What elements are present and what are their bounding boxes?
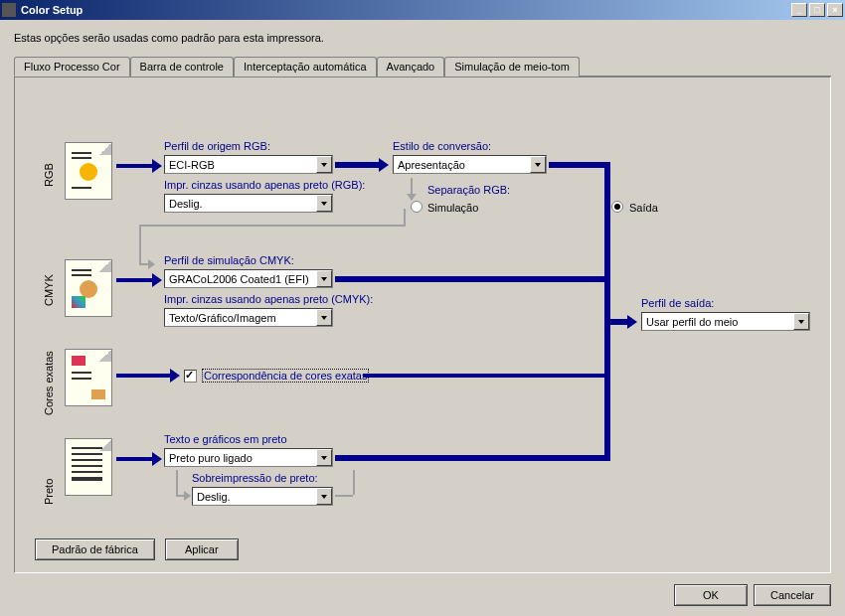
rendering-label: Estilo de conversão:: [393, 140, 491, 152]
rgb-gray-select[interactable]: Deslig.: [164, 194, 333, 213]
tab-simulacao-de-meio-tom[interactable]: Simulação de meio-tom: [444, 57, 580, 77]
output-radio[interactable]: [611, 201, 623, 213]
black-thumbnail-icon: [65, 438, 112, 496]
tab-fluxo-processo-cor[interactable]: Fluxo Processo Cor: [14, 57, 130, 77]
spot-thumbnail-icon: [65, 349, 112, 406]
output-profile-label: Perfil de saída:: [641, 297, 714, 309]
cmyk-gray-select[interactable]: Texto/Gráfico/Imagem: [164, 308, 333, 327]
minimize-button[interactable]: _: [791, 3, 807, 17]
rgb-separation-label: Separação RGB:: [427, 184, 510, 196]
black-text-select[interactable]: Preto puro ligado: [164, 448, 333, 467]
spot-match-label: Correspondência de cores exatas: [202, 370, 369, 382]
maximize-button[interactable]: □: [809, 3, 825, 17]
tab-barra-de-controle[interactable]: Barra de controle: [130, 57, 234, 77]
cmyk-sim-label: Perfil de simulação CMYK:: [164, 254, 294, 266]
spot-row-label: Cores exatas: [43, 351, 55, 415]
chevron-down-icon: [316, 449, 332, 466]
rgb-source-select[interactable]: ECI-RGB: [164, 155, 333, 174]
simulation-radio[interactable]: [411, 201, 422, 213]
spot-match-checkbox[interactable]: [184, 370, 197, 383]
rgb-thumbnail-icon: [65, 142, 112, 200]
simulation-radio-label: Simulação: [427, 202, 478, 214]
chevron-down-icon: [316, 488, 332, 505]
black-row-label: Preto: [43, 479, 55, 505]
chevron-down-icon: [316, 156, 332, 173]
rgb-gray-label: Impr. cinzas usando apenas preto (RGB):: [164, 179, 365, 191]
black-over-label: Sobreimpressão de preto:: [192, 472, 318, 484]
cmyk-thumbnail-icon: [65, 259, 112, 317]
cmyk-sim-select[interactable]: GRACoL2006 Coated1 (EFI): [164, 269, 333, 288]
rgb-source-label: Perfil de origem RGB:: [164, 140, 270, 152]
apply-button[interactable]: Aplicar: [165, 539, 239, 560]
tabstrip: Fluxo Processo Cor Barra de controle Int…: [14, 56, 831, 77]
rgb-row-label: RGB: [43, 163, 55, 187]
app-icon: [2, 3, 16, 17]
chevron-down-icon: [316, 309, 332, 326]
chevron-down-icon: [316, 270, 332, 287]
black-over-select[interactable]: Deslig.: [192, 487, 333, 506]
dialog-description: Estas opções serão usadas como padrão pa…: [14, 32, 831, 44]
chevron-down-icon: [530, 156, 546, 173]
window-title: Color Setup: [19, 4, 789, 16]
output-radio-label: Saída: [629, 202, 658, 214]
cmyk-row-label: CMYK: [43, 274, 55, 306]
close-button[interactable]: ×: [827, 3, 843, 17]
factory-default-button[interactable]: Padrão de fábrica: [35, 539, 155, 560]
chevron-down-icon: [316, 195, 332, 212]
rendering-select[interactable]: Apresentação: [393, 155, 547, 174]
output-profile-select[interactable]: Usar perfil do meio: [641, 312, 810, 331]
black-text-label: Texto e gráficos em preto: [164, 433, 287, 445]
titlebar: Color Setup _ □ ×: [0, 0, 845, 20]
chevron-down-icon: [793, 313, 809, 330]
cancel-button[interactable]: Cancelar: [754, 584, 831, 606]
tab-interceptacao-automatica[interactable]: Interceptação automática: [234, 57, 377, 77]
tab-content: RGB CMYK Cores exatas Preto: [14, 77, 831, 573]
ok-button[interactable]: OK: [674, 584, 748, 606]
tab-avancado[interactable]: Avançado: [377, 57, 445, 77]
cmyk-gray-label: Impr. cinzas usando apenas preto (CMYK):: [164, 293, 373, 305]
